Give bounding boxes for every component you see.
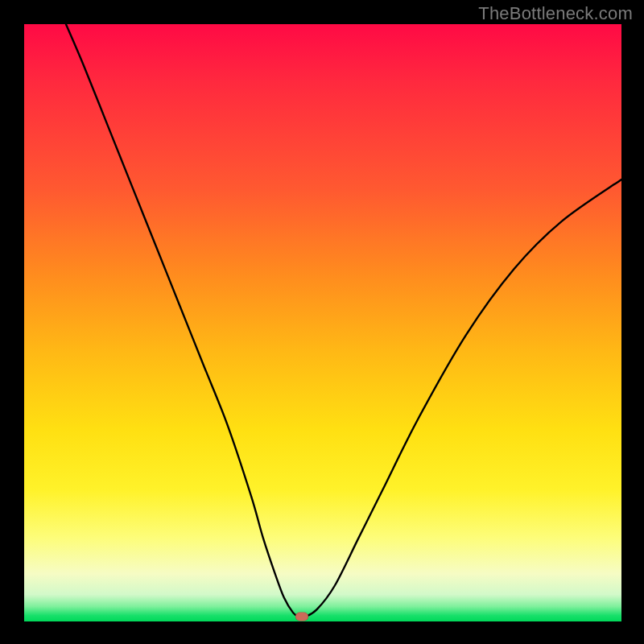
- plot-area: [24, 24, 621, 621]
- chart-frame: TheBottleneck.com: [0, 0, 644, 644]
- optimal-point-marker: [295, 613, 308, 621]
- watermark-text: TheBottleneck.com: [478, 3, 633, 24]
- bottleneck-curve-svg: [24, 24, 621, 621]
- bottleneck-curve: [66, 24, 621, 617]
